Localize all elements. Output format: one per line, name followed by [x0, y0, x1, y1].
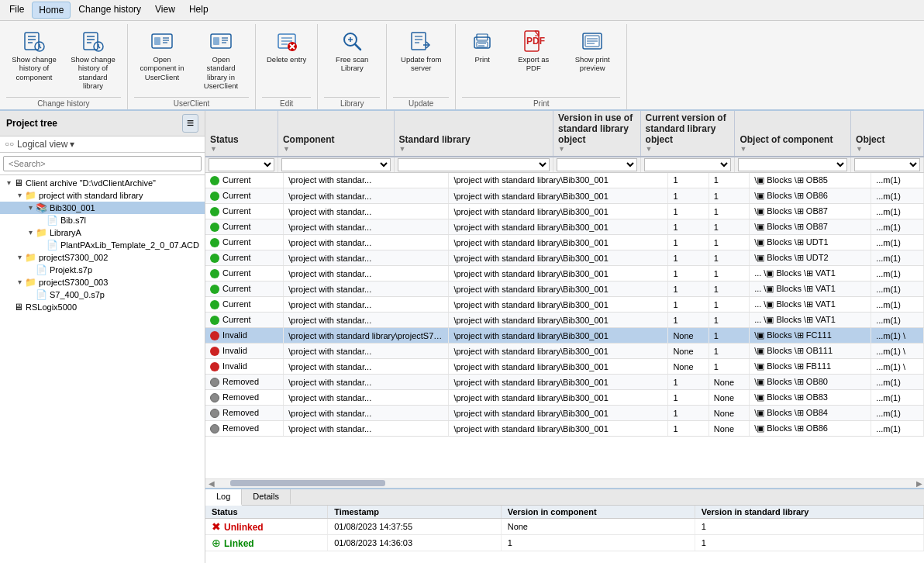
cell-obj: ...m(1) — [871, 235, 924, 250]
table-row[interactable]: Removed\project with standar...\project … — [205, 421, 924, 437]
col-header-objcomp[interactable]: Object of component ▼ — [735, 111, 851, 156]
tree-item[interactable]: 📄Bib.s7l — [0, 214, 205, 226]
cell-objcomp: ... \▣ Blocks \⊞ VAT1 — [750, 297, 871, 313]
table-row[interactable]: Current\project with standar...\project … — [205, 313, 924, 328]
delete-entry-button[interactable]: Delete entry — [262, 26, 311, 67]
table-row[interactable]: Invalid\project with standar...\project … — [205, 344, 924, 359]
col-header-stdlib[interactable]: Standard library ▼ — [395, 111, 554, 156]
cell-status: Current — [205, 297, 284, 313]
table-row[interactable]: Current\project with standar...\project … — [205, 282, 924, 297]
table-row[interactable]: Current\project with standar...\project … — [205, 250, 924, 266]
table-row[interactable]: Invalid\project with standar...\project … — [205, 359, 924, 375]
filter-status-select[interactable] — [209, 158, 274, 171]
open-stdlib-userclient-button[interactable]: Open standard library in UserClient — [193, 26, 249, 94]
show-change-history-stdlib-button[interactable]: Show change history of standard library — [65, 26, 121, 94]
tree-item[interactable]: ▾📁projectS7300_002 — [0, 251, 205, 264]
tab-details[interactable]: Details — [242, 489, 291, 505]
table-row[interactable]: Removed\project with standar...\project … — [205, 375, 924, 390]
col-header-status[interactable]: Status ▼ — [205, 111, 278, 156]
cell-obj: ...m(1) — [871, 282, 924, 297]
free-scan-button[interactable]: Free scan Library — [324, 26, 380, 76]
search-input[interactable] — [3, 156, 202, 171]
cell-verinuse: 1 — [668, 282, 709, 297]
log-row[interactable]: ✖Unlinked01/08/2023 14:37:55None1 — [205, 518, 924, 534]
cell-status: Removed — [205, 421, 284, 437]
curver-sort: ▼ — [646, 145, 653, 153]
svg-text:PDF: PDF — [526, 36, 545, 47]
tree-item[interactable]: ▾📁project with standard library — [0, 189, 205, 202]
ribbon-group-update-label: Update — [393, 97, 449, 109]
filter-obj-select[interactable] — [854, 158, 920, 171]
horizontal-scrollbar[interactable]: ◀ ▶ — [205, 478, 924, 488]
cell-stdlib: \project with standard library\Bib300_00… — [449, 344, 668, 359]
filter-status — [205, 157, 278, 172]
menu-change-history[interactable]: Change history — [72, 2, 147, 19]
menu-file[interactable]: File — [3, 2, 30, 19]
tree-item[interactable]: ▾📚Bib300_001 — [0, 202, 205, 214]
cell-stdlib: \project with standard library\Bib300_00… — [449, 297, 668, 313]
view-selector[interactable]: Logical view ▾ — [17, 139, 74, 150]
table-row[interactable]: Removed\project with standar...\project … — [205, 406, 924, 421]
tree-item[interactable]: 🖥RSLogix5000 — [0, 301, 205, 313]
tree-item[interactable]: ▾📁projectS7300_003 — [0, 276, 205, 288]
cell-status: Invalid — [205, 359, 284, 375]
col-header-obj[interactable]: Object ▼ — [851, 111, 924, 156]
svg-line-32 — [355, 44, 360, 50]
table-row[interactable]: Current\project with standar...\project … — [205, 235, 924, 250]
tree-item[interactable]: ▾📁LibraryA — [0, 226, 205, 239]
table-row[interactable]: Current\project with standar...\project … — [205, 219, 924, 235]
show-print-preview-button[interactable]: Show print preview — [564, 26, 620, 76]
cell-status: Removed — [205, 406, 284, 421]
svg-rect-20 — [213, 37, 219, 45]
scroll-right-arrow[interactable]: ▶ — [916, 479, 922, 488]
print-button[interactable]: Print — [462, 26, 502, 67]
log-col-ver-stdlib[interactable]: Version in standard library — [695, 506, 923, 519]
table-row[interactable]: Current\project with standar...\project … — [205, 173, 924, 188]
table-row[interactable]: Current\project with standar...\project … — [205, 266, 924, 282]
show-change-history-component-label: Show change history of component — [11, 55, 57, 81]
cell-stdlib: \project with standard library\Bib300_00… — [449, 406, 668, 421]
filter-curver-select[interactable] — [644, 158, 732, 171]
open-component-userclient-button[interactable]: Open component in UserClient — [134, 26, 190, 85]
tree-view-toggle-button[interactable]: ≡ — [182, 114, 198, 133]
col-header-curver[interactable]: Current version of standard library obje… — [641, 111, 736, 156]
tree-item[interactable]: ▾🖥Client archive "D:\vdClientArchive" — [0, 177, 205, 189]
export-pdf-label: Export as PDF — [510, 55, 557, 73]
col-header-component[interactable]: Component ▼ — [278, 111, 395, 156]
log-col-status[interactable]: Status — [205, 506, 328, 519]
data-table-wrap[interactable]: Current\project with standar...\project … — [205, 173, 924, 478]
table-row[interactable]: Current\project with standar...\project … — [205, 188, 924, 204]
filter-verinuse-select[interactable] — [557, 158, 636, 171]
menu-view[interactable]: View — [149, 2, 181, 19]
table-row[interactable]: Current\project with standar...\project … — [205, 204, 924, 219]
filter-component-select[interactable] — [281, 158, 391, 171]
svg-rect-35 — [412, 33, 426, 50]
menu-home[interactable]: Home — [32, 2, 71, 19]
tree-item[interactable]: 📄Projekt.s7p — [0, 264, 205, 276]
filter-component — [278, 157, 395, 172]
filter-stdlib-select[interactable] — [398, 158, 550, 171]
table-row[interactable]: Current\project with standar...\project … — [205, 297, 924, 313]
cell-stdlib: \project with standard library\Bib300_00… — [449, 282, 668, 297]
table-row[interactable]: Removed\project with standar...\project … — [205, 390, 924, 406]
log-col-timestamp[interactable]: Timestamp — [328, 506, 502, 519]
scroll-left-arrow[interactable]: ◀ — [209, 479, 215, 488]
col-header-verinuse[interactable]: Version in use of standard library objec… — [553, 111, 641, 156]
tree-item[interactable]: 📄PlantPAxLib_Template_2_0_07.ACD — [0, 239, 205, 251]
show-change-history-component-button[interactable]: Show change history of component — [6, 26, 62, 85]
hscroll-thumb[interactable] — [230, 480, 385, 486]
table-row[interactable]: Invalid\project with standard library\pr… — [205, 328, 924, 344]
ribbon-group-update: Update from server Update — [387, 24, 456, 109]
cell-obj: ...m(1) — [871, 390, 924, 406]
cell-objcomp: \▣ Blocks \⊞ UDT1 — [750, 235, 871, 250]
menu-help[interactable]: Help — [183, 2, 215, 19]
tree-item[interactable]: 📄S7_400_0.s7p — [0, 288, 205, 301]
log-row[interactable]: ⊕Linked01/08/2023 14:36:0311 — [205, 534, 924, 551]
tab-log[interactable]: Log — [205, 489, 242, 506]
cell-status: Current — [205, 250, 284, 266]
update-from-server-button[interactable]: Update from server — [393, 26, 449, 76]
filter-objcomp-select[interactable] — [738, 158, 847, 171]
export-pdf-button[interactable]: PDF Export as PDF — [505, 26, 561, 76]
update-from-server-label: Update from server — [398, 55, 444, 73]
log-col-ver-comp[interactable]: Version in component — [501, 506, 695, 519]
